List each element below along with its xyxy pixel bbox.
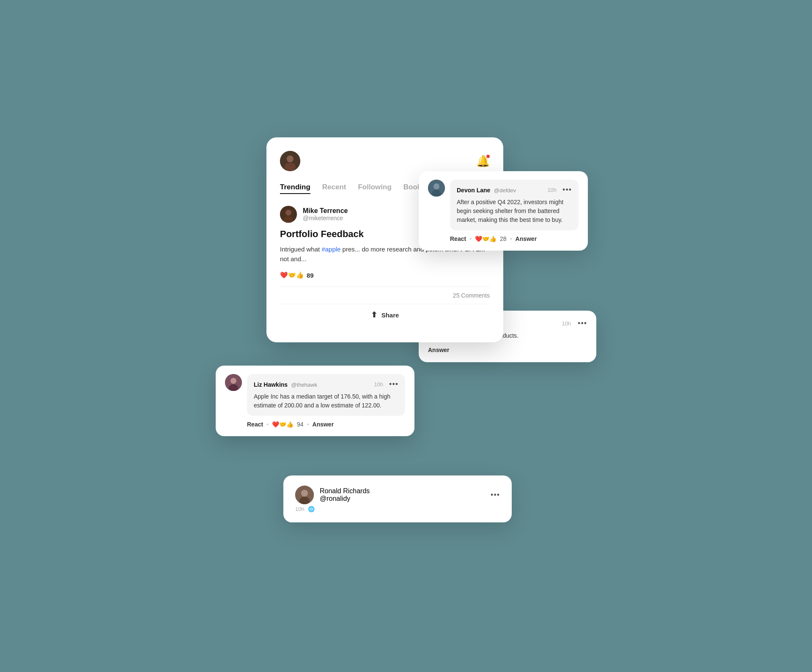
svg-point-11 — [230, 378, 236, 384]
liz-more-button[interactable]: ••• — [389, 380, 398, 389]
devon-author-line: Devon Lane @defdev — [457, 186, 516, 194]
liz-avatar[interactable] — [225, 374, 242, 391]
right-bottom-time: 10h — [562, 320, 571, 327]
devon-comment-row: Devon Lane @defdev 10h ••• After a posit… — [428, 180, 579, 230]
devon-answer[interactable]: Answer — [516, 235, 537, 242]
ronald-author-info: Ronald Richards @ronalidy — [320, 487, 370, 503]
ronald-avatar[interactable] — [295, 486, 314, 504]
liz-react[interactable]: React — [247, 421, 263, 428]
liz-text: Apple Inc has a median target of 176.50,… — [254, 392, 398, 410]
reaction-emojis: ❤️🤝👍 — [280, 271, 304, 279]
liz-handle: @thehawk — [291, 382, 318, 388]
liz-comment-row: Liz Hawkins @thehawk 10h ••• Apple Inc h… — [225, 374, 405, 416]
svg-rect-9 — [434, 185, 439, 189]
notification-bell[interactable]: 🔔 — [476, 155, 490, 168]
devon-bubble: Devon Lane @defdev 10h ••• After a posit… — [450, 180, 579, 230]
ronald-author-left: Ronald Richards @ronalidy — [295, 486, 370, 504]
tab-following[interactable]: Following — [358, 183, 391, 194]
ronald-time: 10h — [295, 506, 304, 512]
ronald-more-button[interactable]: ••• — [491, 491, 500, 500]
right-bottom-more[interactable]: ••• — [578, 319, 587, 328]
devon-handle: @defdev — [494, 187, 516, 194]
devon-meta: Devon Lane @defdev 10h ••• — [457, 186, 572, 194]
liz-reaction-emojis: ❤️🤝👍 — [272, 421, 294, 428]
globe-icon: 🌐 — [308, 506, 315, 512]
ronald-meta-row: 10h 🌐 — [295, 506, 500, 512]
notification-badge — [486, 154, 491, 159]
devon-more-button[interactable]: ••• — [562, 186, 572, 194]
ronald-post-card: Ronald Richards @ronalidy ••• 10h 🌐 — [283, 475, 512, 522]
tab-recent[interactable]: Recent — [322, 183, 346, 194]
liz-name: Liz Hawkins — [254, 381, 288, 388]
share-button[interactable]: ⬆ Share — [280, 304, 490, 325]
svg-point-4 — [285, 210, 291, 216]
devon-actions: React • ❤️🤝👍 28 • Answer — [450, 235, 579, 242]
devon-name: Devon Lane — [457, 187, 490, 194]
devon-comment-card: Devon Lane @defdev 10h ••• After a posit… — [419, 171, 588, 251]
liz-time: 10h — [374, 381, 383, 388]
liz-answer[interactable]: Answer — [313, 421, 334, 428]
liz-bubble: Liz Hawkins @thehawk 10h ••• Apple Inc h… — [247, 374, 405, 416]
devon-react[interactable]: React — [450, 235, 466, 242]
svg-point-14 — [301, 490, 308, 497]
liz-meta: Liz Hawkins @thehawk 10h ••• — [254, 380, 398, 389]
author-handle: @miketerrence — [303, 215, 348, 221]
liz-comment-card: Liz Hawkins @thehawk 10h ••• Apple Inc h… — [216, 366, 414, 436]
devon-avatar[interactable] — [428, 180, 445, 197]
hashtag-apple[interactable]: #apple — [321, 246, 340, 253]
author-info: Mike Terrence @miketerrence — [303, 207, 348, 221]
card-header: 🔔 — [280, 151, 490, 171]
share-label: Share — [381, 311, 399, 319]
right-bottom-answer[interactable]: Answer — [428, 347, 450, 353]
devon-text: After a positive Q4 2022, investors migh… — [457, 198, 572, 224]
ronald-handle: @ronalidy — [320, 495, 370, 503]
author-avatar-mike[interactable] — [280, 206, 297, 223]
post-reactions: ❤️🤝👍 89 — [280, 271, 490, 279]
liz-actions: React • ❤️🤝👍 94 • Answer — [247, 421, 405, 428]
share-icon: ⬆ — [371, 310, 377, 320]
ronald-name: Ronald Richards — [320, 487, 370, 495]
svg-point-2 — [285, 163, 296, 171]
ronald-post-header: Ronald Richards @ronalidy ••• — [295, 486, 500, 504]
liz-author-line: Liz Hawkins @thehawk — [254, 381, 317, 388]
tab-trending[interactable]: Trending — [280, 183, 310, 194]
devon-count: 28 — [500, 235, 507, 242]
comments-count: 25 Comments — [280, 287, 490, 304]
devon-reaction-emojis: ❤️🤝👍 — [475, 235, 497, 242]
author-name: Mike Terrence — [303, 207, 348, 215]
svg-point-1 — [287, 156, 294, 162]
devon-time: 10h — [547, 187, 557, 193]
reaction-count: 89 — [307, 272, 314, 279]
liz-count: 94 — [297, 421, 304, 428]
user-avatar[interactable] — [280, 151, 300, 171]
